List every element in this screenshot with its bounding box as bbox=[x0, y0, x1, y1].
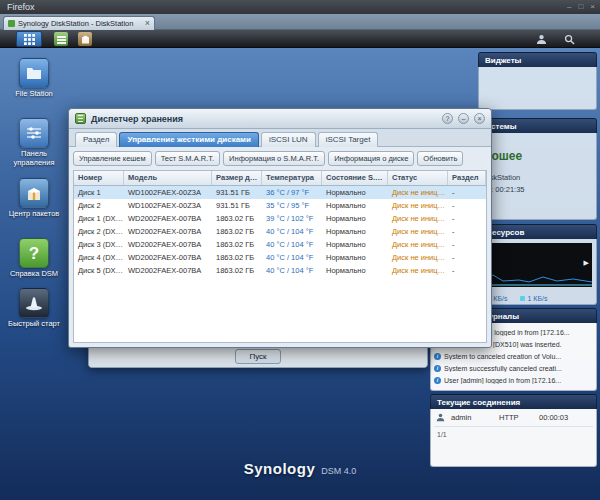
cell-temperature: 35 °C / 95 °F bbox=[262, 199, 322, 212]
window-close-button[interactable]: × bbox=[474, 113, 485, 124]
user-menu-button[interactable] bbox=[534, 33, 548, 46]
browser-maximize-button[interactable]: □ bbox=[578, 0, 583, 14]
widget-panel-header[interactable]: Виджеты bbox=[478, 52, 597, 67]
desktop-icon-dsm-help[interactable]: ? Справка DSM bbox=[6, 238, 62, 279]
info-icon: i bbox=[434, 365, 441, 372]
connection-protocol: HTTP bbox=[499, 413, 533, 422]
cell-volume: - bbox=[448, 199, 486, 212]
question-mark-glyph: ? bbox=[29, 245, 39, 262]
window-minimize-button[interactable]: – bbox=[458, 113, 469, 124]
cell-volume: - bbox=[448, 186, 486, 199]
table-row[interactable]: Диск 2 (DX510) WD2002FAEX-007BA 1863.02 … bbox=[74, 225, 486, 238]
cell-size: 1863.02 ГБ bbox=[212, 238, 262, 251]
desktop-icon-label: Панель управления bbox=[6, 150, 62, 167]
header-smart-status[interactable]: Состояние S.M.A.R.T. bbox=[322, 171, 388, 185]
search-button[interactable] bbox=[562, 33, 576, 46]
package-icon bbox=[19, 178, 49, 208]
window-help-button[interactable]: ? bbox=[442, 113, 453, 124]
header-number[interactable]: Номер bbox=[74, 171, 124, 185]
cell-temperature: 40 °C / 104 °F bbox=[262, 251, 322, 264]
cache-management-button[interactable]: Управление кешем bbox=[73, 151, 152, 166]
widget-connections: admin HTTP 00:00:03 1/1 bbox=[430, 409, 597, 467]
taskbar-app-storage-manager[interactable] bbox=[54, 32, 68, 46]
legend-label: 1 КБ/s bbox=[528, 295, 548, 302]
browser-tab[interactable]: Synology DiskStation - DiskStation × bbox=[3, 16, 155, 30]
brand-logo: Synology bbox=[244, 460, 316, 477]
tab-favicon-icon bbox=[8, 20, 15, 27]
desktop-icon-quick-start[interactable]: Быстрый старт bbox=[6, 288, 62, 329]
browser-minimize-button[interactable]: – bbox=[567, 0, 571, 14]
cell-temperature: 40 °C / 104 °F bbox=[262, 225, 322, 238]
connection-user: admin bbox=[451, 413, 493, 422]
tab-volume[interactable]: Раздел bbox=[75, 132, 117, 147]
cell-status: Диск не инициализирован bbox=[388, 199, 448, 212]
log-text: System successfully canceled creati... bbox=[444, 365, 562, 372]
cell-status: Диск не инициализирован bbox=[388, 212, 448, 225]
window-body: Управление кешем Тест S.M.A.R.T. Информа… bbox=[69, 147, 491, 347]
cell-smart: Нормально bbox=[322, 264, 388, 277]
tab-iscsi-lun[interactable]: iSCSI LUN bbox=[261, 132, 316, 147]
person-icon bbox=[536, 34, 547, 45]
table-row[interactable]: Диск 2 WD1002FAEX-00Z3A 931.51 ГБ 35 °C … bbox=[74, 199, 486, 212]
table-row[interactable]: Диск 1 WD1002FAEX-00Z3A 931.51 ГБ 36 °C … bbox=[74, 186, 486, 199]
tab-hdd-management[interactable]: Управление жесткими дисками bbox=[119, 132, 259, 147]
connection-time: 00:00:03 bbox=[539, 413, 568, 422]
window-titlebar[interactable]: Диспетчер хранения ? – × bbox=[69, 109, 491, 129]
connection-row: admin HTTP 00:00:03 bbox=[431, 409, 596, 422]
header-volume[interactable]: Раздел bbox=[448, 171, 486, 185]
smart-info-button[interactable]: Информация о S.M.A.R.T. bbox=[223, 151, 325, 166]
tab-close-icon[interactable]: × bbox=[145, 19, 150, 28]
pagination-label[interactable]: 1/1 bbox=[431, 427, 596, 438]
window-tabstrip: Раздел Управление жесткими дисками iSCSI… bbox=[69, 129, 491, 147]
header-model[interactable]: Модель bbox=[124, 171, 212, 185]
widget-connections-header[interactable]: Текущие соединения bbox=[430, 394, 597, 409]
cell-model: WD2002FAEX-007BA bbox=[124, 264, 212, 277]
smart-test-button[interactable]: Тест S.M.A.R.T. bbox=[155, 151, 220, 166]
table-row[interactable]: Диск 4 (DX510) WD2002FAEX-007BA 1863.02 … bbox=[74, 251, 486, 264]
log-item: i User [admin] logged in from [172.16... bbox=[431, 374, 596, 386]
cell-number: Диск 2 bbox=[74, 199, 124, 212]
browser-close-button[interactable]: × bbox=[590, 0, 595, 14]
cell-number: Диск 1 (DX510) bbox=[74, 212, 124, 225]
control-panel-icon bbox=[19, 118, 49, 148]
tab-iscsi-target[interactable]: iSCSI Target bbox=[318, 132, 379, 147]
disk-info-button[interactable]: Информация о диске bbox=[328, 151, 414, 166]
browser-tabbar: Synology DiskStation - DiskStation × bbox=[0, 14, 600, 30]
widget-panel-body bbox=[478, 67, 597, 110]
cell-volume: - bbox=[448, 225, 486, 238]
log-text: User [admin] logged in from [172.16... bbox=[444, 377, 561, 384]
table-row[interactable]: Диск 5 (DX510) WD2002FAEX-007BA 1863.02 … bbox=[74, 264, 486, 277]
grid-icon bbox=[24, 34, 35, 45]
start-button[interactable]: Пуск bbox=[235, 349, 280, 364]
box-icon bbox=[81, 35, 90, 44]
window-toolbar: Управление кешем Тест S.M.A.R.T. Информа… bbox=[73, 150, 487, 170]
cell-temperature: 39 °C / 102 °F bbox=[262, 212, 322, 225]
desktop-icon-package-center[interactable]: Центр пакетов bbox=[6, 178, 62, 219]
taskbar-app-wizard[interactable] bbox=[78, 32, 92, 46]
cell-size: 1863.02 ГБ bbox=[212, 264, 262, 277]
magic-hat-icon bbox=[19, 288, 49, 318]
desktop-icon-label: Справка DSM bbox=[6, 270, 62, 279]
person-icon bbox=[436, 413, 445, 422]
table-row[interactable]: Диск 1 (DX510) WD2002FAEX-007BA 1863.02 … bbox=[74, 212, 486, 225]
desktop-icon-control-panel[interactable]: Панель управления bbox=[6, 118, 62, 167]
cell-temperature: 40 °C / 104 °F bbox=[262, 264, 322, 277]
browser-title: Firefox bbox=[7, 2, 35, 12]
tab-title: Synology DiskStation - DiskStation bbox=[18, 19, 142, 28]
cell-size: 1863.02 ГБ bbox=[212, 251, 262, 264]
desktop-icon-file-station[interactable]: File Station bbox=[6, 58, 62, 99]
header-status[interactable]: Статус bbox=[388, 171, 448, 185]
screenshot-root: Firefox – □ × Synology DiskStation - Dis… bbox=[0, 0, 600, 500]
header-size[interactable]: Размер диска bbox=[212, 171, 262, 185]
cell-number: Диск 3 (DX510) bbox=[74, 238, 124, 251]
graph-next-icon[interactable]: ▶ bbox=[584, 259, 589, 267]
cell-smart: Нормально bbox=[322, 251, 388, 264]
browser-window-controls: – □ × bbox=[567, 0, 595, 14]
info-icon: i bbox=[434, 353, 441, 360]
cell-model: WD1002FAEX-00Z3A bbox=[124, 199, 212, 212]
header-temperature[interactable]: Температура bbox=[262, 171, 322, 185]
storage-manager-window: Диспетчер хранения ? – × Раздел Управлен… bbox=[68, 108, 492, 348]
table-row[interactable]: Диск 3 (DX510) WD2002FAEX-007BA 1863.02 … bbox=[74, 238, 486, 251]
main-menu-button[interactable] bbox=[16, 31, 42, 47]
refresh-button[interactable]: Обновить bbox=[417, 151, 463, 166]
